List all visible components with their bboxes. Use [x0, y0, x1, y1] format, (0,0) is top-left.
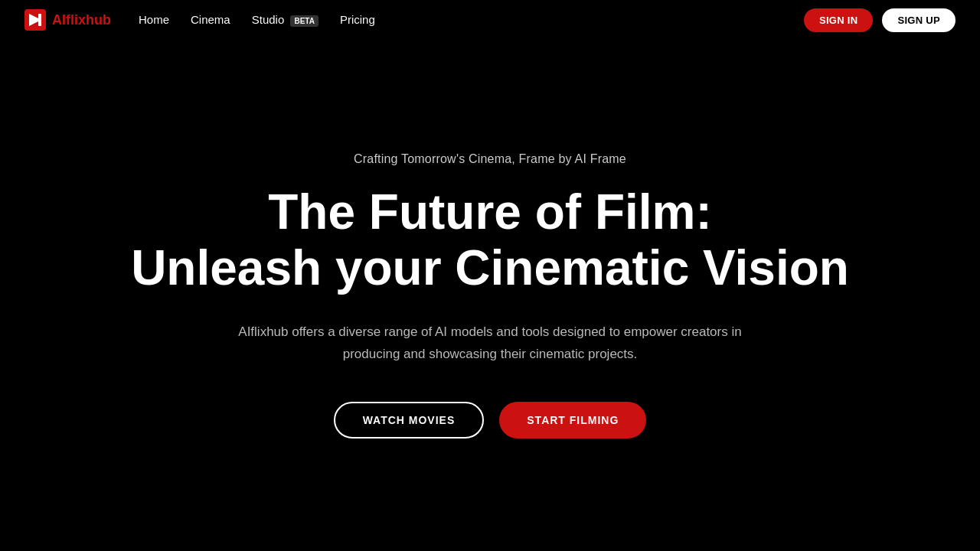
hero-tagline: Crafting Tomorrow's Cinema, Frame by AI … — [354, 152, 626, 166]
hero-title-line1: The Future of Film: — [268, 184, 712, 240]
nav-item-cinema[interactable]: Cinema — [191, 13, 230, 27]
hero-section: Crafting Tomorrow's Cinema, Frame by AI … — [0, 40, 980, 551]
svg-rect-2 — [38, 14, 41, 26]
hero-description: AIflixhub offers a diverse range of AI m… — [222, 321, 758, 366]
nav-left: AIflixhub Home Cinema Studio BETA Pricin… — [24, 9, 375, 31]
navbar: AIflixhub Home Cinema Studio BETA Pricin… — [0, 0, 980, 40]
logo-icon — [24, 9, 46, 31]
nav-links: Home Cinema Studio BETA Pricing — [139, 13, 375, 27]
signin-button[interactable]: SIGN IN — [804, 8, 874, 32]
hero-title-line2: Unleash your Cinematic Vision — [131, 240, 849, 295]
nav-item-pricing[interactable]: Pricing — [340, 13, 375, 27]
logo-text: AIflixhub — [52, 12, 111, 28]
hero-buttons: WATCH MOVIES START FILMING — [334, 402, 647, 439]
nav-right: SIGN IN SIGN UP — [804, 8, 956, 32]
beta-badge: BETA — [290, 15, 318, 27]
nav-item-studio[interactable]: Studio BETA — [252, 13, 318, 27]
hero-title: The Future of Film: Unleash your Cinemat… — [131, 184, 849, 297]
logo[interactable]: AIflixhub — [24, 9, 111, 31]
nav-item-home[interactable]: Home — [139, 13, 169, 27]
watch-movies-button[interactable]: WATCH MOVIES — [334, 402, 485, 439]
signup-button[interactable]: SIGN UP — [882, 8, 956, 32]
start-filming-button[interactable]: START FILMING — [499, 402, 646, 439]
